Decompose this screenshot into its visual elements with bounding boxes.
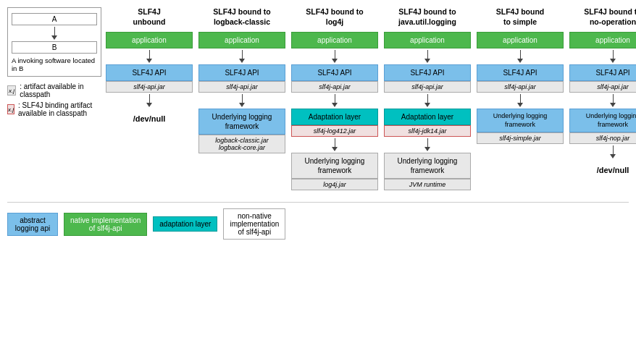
jar-red-symbol: x.j xyxy=(7,104,14,114)
bl-white-box: non-nativeimplementationof slf4j-api xyxy=(223,208,285,240)
jar-unbound: slf4j-api.jar xyxy=(106,81,193,93)
column-log4j: SLF4J bound tolog4j application SLF4J AP… xyxy=(291,7,378,190)
arrow-l2 xyxy=(239,94,245,107)
slf4j-api-jul: SLF4J API xyxy=(384,64,471,81)
adapt-log4j: Adaptation layer xyxy=(291,109,378,125)
column-logback: SLF4J bound tologback-classic applicatio… xyxy=(198,7,285,190)
fw-logback: Underlying logging framework xyxy=(198,109,285,135)
jar-log4j-api: slf4j-api.jar xyxy=(291,81,378,93)
legend-jar-red: x.j : SLF4J binding artifact available i… xyxy=(7,101,101,117)
col-title-nop: SLF4J bound tono-operation xyxy=(584,7,636,27)
arrow-u2 xyxy=(424,94,430,107)
fw-block-jul: Underlying logging framework JVM runtime xyxy=(384,153,471,190)
fw-block-nop: Underlying logging framework slf4j-nop.j… xyxy=(569,109,636,144)
jar-logback-api: slf4j-api.jar xyxy=(198,81,285,93)
arrow-l1 xyxy=(239,50,245,63)
api-block-logback: SLF4J API slf4j-api.jar xyxy=(198,64,285,93)
arrow-n3 xyxy=(610,145,616,158)
arrow-j1 xyxy=(332,50,338,63)
devnull-unbound: /dev/null xyxy=(133,114,166,123)
jar-simple-fw: slf4j-simple.jar xyxy=(477,132,564,144)
bl-adaptation: adaptation layer xyxy=(153,208,217,240)
bl-abstract: abstractlogging api xyxy=(7,208,58,240)
fw-block-logback: Underlying logging framework logback-cla… xyxy=(198,109,285,153)
app-logback: application xyxy=(198,32,285,48)
app-nop: application xyxy=(569,32,636,48)
jar-log4j-fw: log4j.jar xyxy=(291,179,378,190)
column-nop: SLF4J bound tono-operation application S… xyxy=(569,7,636,190)
adapt-block-jul: Adaptation layer slf4j-jdk14.jar xyxy=(384,109,471,137)
col-title-simple: SLF4J boundto simple xyxy=(496,7,545,27)
api-block-nop: SLF4J API slf4j-api.jar xyxy=(569,64,636,93)
app-simple: application xyxy=(477,32,564,48)
legend-area: A B A invoking software located in B x.j… xyxy=(7,7,101,190)
legend-jar-normal: x.j : artifact available in classpath xyxy=(7,82,101,98)
fw-simple: Underlying logging framework xyxy=(477,109,564,132)
column-simple: SLF4J boundto simple application SLF4J A… xyxy=(477,7,564,190)
arrow1 xyxy=(146,50,152,63)
column-jul: SLF4J bound tojava.util.logging applicat… xyxy=(384,7,471,190)
jar-normal-desc: : artifact available in classpath xyxy=(20,82,101,98)
page-container: A B A invoking software located in B x.j… xyxy=(7,7,629,240)
col-title-logback: SLF4J bound tologback-classic xyxy=(213,7,270,27)
col-title-unbound: SLF4Junbound xyxy=(133,7,166,27)
slf4j-api-log4j: SLF4J API xyxy=(291,64,378,81)
api-block-log4j: SLF4J API slf4j-api.jar xyxy=(291,64,378,93)
api-block-unbound: SLF4J API slf4j-api.jar xyxy=(106,64,193,93)
box-a: A xyxy=(12,13,97,25)
columns-area: SLF4Junbound application SLF4J API slf4j… xyxy=(106,7,636,190)
slf4j-api-simple: SLF4J API xyxy=(477,64,564,81)
invoking-legend: A B A invoking software located in B xyxy=(7,7,101,77)
arrow-j3 xyxy=(332,138,338,151)
jar-logback-fw: logback-classic.jarlogback-core.jar xyxy=(198,135,285,153)
bl-teal-box: adaptation layer xyxy=(153,216,217,232)
diagram-area: A B A invoking software located in B x.j… xyxy=(7,7,629,190)
arrow-n1 xyxy=(610,50,616,63)
jar-normal-symbol: x.j xyxy=(7,85,16,96)
fw-block-log4j: Underlying logging framework log4j.jar xyxy=(291,153,378,190)
fw-jul: Underlying logging framework xyxy=(384,153,471,179)
arrow-n2 xyxy=(610,94,616,107)
arrow-j2 xyxy=(332,94,338,107)
bottom-legend: abstractlogging api native implementatio… xyxy=(7,202,629,240)
app-unbound: application xyxy=(106,32,193,48)
arrow-s1 xyxy=(517,50,523,63)
jar-nop-fw: slf4j-nop.jar xyxy=(569,132,636,144)
bl-nonnative: non-nativeimplementationof slf4j-api xyxy=(223,208,285,240)
invoking-desc: A invoking software located in B xyxy=(12,56,97,72)
slf4j-api-logback: SLF4J API xyxy=(198,64,285,81)
jar-log4j-adapt: slf4j-log412.jar xyxy=(291,125,378,137)
bl-blue-box: abstractlogging api xyxy=(7,213,58,236)
jar-jul-adapt: slf4j-jdk14.jar xyxy=(384,125,471,137)
jar-jul-api: slf4j-api.jar xyxy=(384,81,471,93)
column-unbound: SLF4Junbound application SLF4J API slf4j… xyxy=(106,7,193,190)
bl-native: native implementationof slf4j-api xyxy=(64,208,147,240)
devnull-nop: /dev/null xyxy=(597,166,629,174)
adapt-block-log4j: Adaptation layer slf4j-log412.jar xyxy=(291,109,378,137)
legend-arrow xyxy=(12,27,97,40)
arrow-u1 xyxy=(424,50,430,63)
api-block-jul: SLF4J API slf4j-api.jar xyxy=(384,64,471,93)
col-title-jul: SLF4J bound tojava.util.logging xyxy=(398,7,456,27)
box-b: B xyxy=(12,41,97,54)
adapt-jul: Adaptation layer xyxy=(384,109,471,125)
arrow-u3 xyxy=(424,138,430,151)
fw-log4j: Underlying logging framework xyxy=(291,153,378,179)
api-block-simple: SLF4J API slf4j-api.jar xyxy=(477,64,564,93)
jar-simple-api: slf4j-api.jar xyxy=(477,81,564,93)
app-log4j: application xyxy=(291,32,378,48)
slf4j-api-unbound: SLF4J API xyxy=(106,64,193,81)
jar-nop-api: slf4j-api.jar xyxy=(569,81,636,93)
arrow-s2 xyxy=(517,94,523,107)
jar-red-desc: : SLF4J binding artifact available in cl… xyxy=(18,101,101,117)
app-jul: application xyxy=(384,32,471,48)
col-title-log4j: SLF4J bound tolog4j xyxy=(306,7,363,27)
bl-green-box: native implementationof slf4j-api xyxy=(64,213,147,236)
fw-nop: Underlying logging framework xyxy=(569,109,636,132)
slf4j-api-nop: SLF4J API xyxy=(569,64,636,81)
fw-block-simple: Underlying logging framework slf4j-simpl… xyxy=(477,109,564,144)
jar-jul-fw: JVM runtime xyxy=(384,179,471,190)
arrow2 xyxy=(146,94,152,107)
